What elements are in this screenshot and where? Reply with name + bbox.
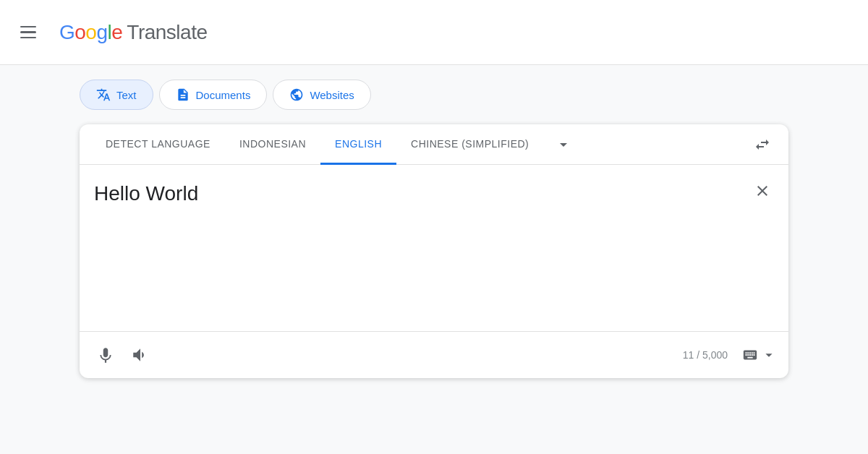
clear-text-button[interactable] bbox=[751, 179, 774, 202]
text-input-area: Hello World bbox=[80, 165, 788, 324]
logo: Google Translate bbox=[59, 21, 208, 44]
tab-bar: Text Documents Websites bbox=[0, 65, 868, 110]
tab-text-label: Text bbox=[116, 89, 137, 101]
character-count: 11 / 5,000 bbox=[683, 349, 728, 361]
chevron-down-icon bbox=[555, 136, 572, 153]
swap-languages-button[interactable] bbox=[748, 130, 777, 159]
close-icon bbox=[754, 182, 771, 200]
tab-websites[interactable]: Websites bbox=[273, 80, 370, 110]
logo-letter-o2: o bbox=[85, 21, 96, 43]
translate-logo-text: Translate bbox=[127, 21, 207, 44]
microphone-button[interactable] bbox=[91, 340, 120, 369]
chevron-down-small-icon bbox=[761, 347, 777, 363]
tab-documents[interactable]: Documents bbox=[159, 80, 268, 110]
globe-icon bbox=[289, 87, 304, 102]
volume-icon bbox=[131, 346, 150, 364]
logo-letter-e: e bbox=[111, 21, 122, 43]
source-text-input[interactable]: Hello World bbox=[94, 179, 774, 321]
document-icon bbox=[176, 87, 190, 102]
keyboard-button[interactable] bbox=[742, 347, 777, 363]
language-bar: DETECT LANGUAGE INDONESIAN ENGLISH CHINE… bbox=[80, 124, 788, 165]
swap-icon bbox=[754, 136, 771, 153]
logo-letter-o1: o bbox=[75, 21, 85, 43]
lang-chinese[interactable]: CHINESE (SIMPLIFIED) bbox=[396, 124, 543, 165]
microphone-icon bbox=[96, 346, 115, 364]
menu-icon[interactable] bbox=[14, 20, 42, 45]
main-content: DETECT LANGUAGE INDONESIAN ENGLISH CHINE… bbox=[0, 110, 868, 378]
bottom-toolbar: 11 / 5,000 bbox=[80, 331, 788, 378]
translation-panel: DETECT LANGUAGE INDONESIAN ENGLISH CHINE… bbox=[80, 124, 788, 378]
translate-icon bbox=[96, 87, 111, 102]
logo-letter-g2: g bbox=[96, 21, 107, 43]
tab-websites-label: Websites bbox=[310, 89, 354, 101]
lang-dropdown-button[interactable] bbox=[549, 136, 578, 153]
keyboard-icon bbox=[742, 347, 758, 363]
tab-documents-label: Documents bbox=[196, 89, 251, 101]
header: Google Translate bbox=[0, 0, 868, 65]
lang-detect[interactable]: DETECT LANGUAGE bbox=[91, 124, 225, 165]
tab-text[interactable]: Text bbox=[80, 80, 153, 110]
google-logo: Google bbox=[59, 21, 122, 44]
volume-button[interactable] bbox=[126, 340, 155, 369]
lang-indonesian[interactable]: INDONESIAN bbox=[225, 124, 320, 165]
logo-letter-g: G bbox=[59, 21, 75, 43]
lang-english[interactable]: ENGLISH bbox=[320, 124, 396, 165]
